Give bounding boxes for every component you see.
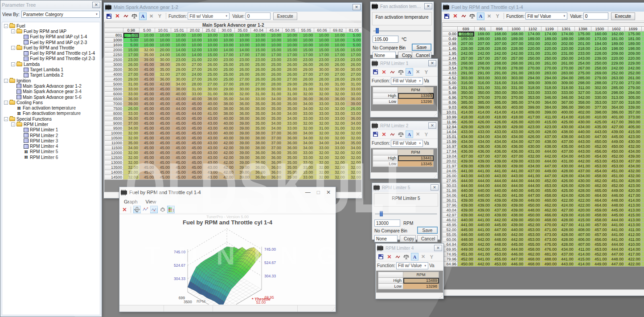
table-cell[interactable]: 163.00 bbox=[641, 32, 644, 37]
table-cell[interactable]: 45.00 bbox=[155, 170, 171, 175]
table-cell[interactable]: 15.00 bbox=[267, 48, 283, 53]
table-cell[interactable]: 420.00 bbox=[625, 188, 642, 193]
table-cell[interactable]: 36.00 bbox=[282, 136, 298, 141]
table-cell[interactable]: 406.00 bbox=[574, 237, 591, 242]
table-cell[interactable]: 32.00 bbox=[123, 131, 139, 136]
table-cell[interactable]: 31.00 bbox=[282, 92, 298, 97]
table-cell[interactable]: 45.00 bbox=[171, 165, 187, 170]
table-cell[interactable]: 399.00 bbox=[474, 105, 491, 110]
table-cell[interactable]: 261.00 bbox=[558, 61, 575, 66]
table-cell[interactable]: 28.00 bbox=[298, 77, 314, 82]
table-cell[interactable]: 34.00 bbox=[346, 121, 361, 126]
table-cell[interactable]: 32.00 bbox=[298, 121, 314, 126]
table-cell[interactable]: 261.00 bbox=[625, 76, 642, 81]
table-cell[interactable]: 333.00 bbox=[541, 90, 558, 95]
table-cell[interactable]: 10.00 bbox=[298, 33, 314, 38]
table-cell[interactable]: 32.00 bbox=[346, 165, 361, 170]
table-cell[interactable]: 45.00 bbox=[155, 126, 171, 131]
row-header[interactable]: 10.99 bbox=[443, 115, 458, 120]
table-cell[interactable]: 448.00 bbox=[491, 242, 508, 247]
table-cell[interactable]: 231.00 bbox=[558, 51, 575, 56]
tree-collapse-icon[interactable]: - bbox=[4, 117, 8, 121]
table-cell[interactable]: 189.00 bbox=[458, 37, 475, 41]
table-cell[interactable]: 38.00 bbox=[219, 102, 235, 106]
table-cell[interactable]: 490.00 bbox=[541, 262, 558, 267]
table-cell[interactable]: 488.00 bbox=[541, 257, 558, 262]
row-header[interactable]: 8.06 bbox=[443, 100, 458, 105]
table-cell[interactable]: 443.00 bbox=[574, 134, 591, 139]
table-cell[interactable]: 439.00 bbox=[458, 164, 475, 169]
table-cell[interactable]: 451.00 bbox=[608, 174, 625, 179]
table-cell[interactable]: 441.00 bbox=[508, 193, 525, 198]
table-cell[interactable]: 434.00 bbox=[558, 247, 575, 252]
table-cell[interactable]: 36.00 bbox=[250, 175, 267, 180]
table-cell[interactable]: 45.00 bbox=[155, 175, 171, 180]
table-cell[interactable]: 257.00 bbox=[508, 56, 525, 61]
table-cell[interactable]: 457.00 bbox=[591, 228, 608, 232]
table-cell[interactable]: 290.00 bbox=[641, 95, 644, 100]
table-cell[interactable]: 32.00 bbox=[123, 160, 139, 165]
row-header[interactable]: 19.04 bbox=[443, 154, 458, 159]
tree-item-fuel-by-rpm-and-throttle[interactable]: -Fuel by RPM and Throttle bbox=[3, 45, 100, 50]
table-cell[interactable]: 45.00 bbox=[187, 136, 203, 141]
table-cell[interactable]: 231.00 bbox=[525, 51, 541, 56]
table-cell[interactable]: 45.00 bbox=[139, 131, 155, 136]
table-cell[interactable]: 29.00 bbox=[123, 77, 139, 82]
table-cell[interactable]: 468.00 bbox=[525, 257, 541, 262]
table-cell[interactable]: 426.00 bbox=[574, 193, 591, 198]
table-cell[interactable]: 331.00 bbox=[491, 85, 508, 90]
table-cell[interactable]: 35.00 bbox=[250, 102, 267, 106]
table-cell[interactable]: 414.00 bbox=[574, 262, 591, 267]
table-cell[interactable]: 169.00 bbox=[474, 32, 491, 37]
table-cell[interactable]: 175.00 bbox=[625, 32, 642, 37]
table-cell[interactable]: 439.00 bbox=[458, 159, 475, 164]
column-header[interactable]: 69.82 bbox=[330, 28, 346, 33]
table-cell[interactable]: 35.00 bbox=[282, 150, 298, 155]
table-cell[interactable]: 437.00 bbox=[491, 154, 508, 159]
table-cell[interactable]: 45.00 bbox=[139, 106, 155, 111]
table-cell[interactable]: 453.00 bbox=[591, 159, 608, 164]
table-cell[interactable]: 316.00 bbox=[474, 81, 491, 85]
table-cell[interactable]: 445.00 bbox=[608, 208, 625, 213]
table-cell[interactable]: 439.00 bbox=[458, 213, 475, 218]
table-cell[interactable]: 439.00 bbox=[508, 164, 525, 169]
table-cell[interactable]: 441.00 bbox=[474, 228, 491, 232]
table-cell[interactable]: 342.00 bbox=[574, 95, 591, 100]
table-cell[interactable]: 26.00 bbox=[123, 106, 139, 111]
limiter-high-cell[interactable]: 13489 bbox=[403, 278, 439, 284]
table-cell[interactable]: 45.00 bbox=[155, 155, 171, 160]
table-cell[interactable]: 418.00 bbox=[474, 115, 491, 120]
table-cell[interactable]: 450.00 bbox=[458, 242, 475, 247]
table-cell[interactable]: 441.00 bbox=[608, 232, 625, 237]
table-cell[interactable]: 33.00 bbox=[298, 111, 314, 116]
table-cell[interactable]: 400.00 bbox=[558, 110, 575, 115]
table-cell[interactable]: 33.00 bbox=[250, 97, 267, 102]
table-cell[interactable]: 411.00 bbox=[625, 237, 642, 242]
table-cell[interactable]: 45.00 bbox=[139, 77, 155, 82]
table-cell[interactable]: 33.00 bbox=[123, 111, 139, 116]
table-cell[interactable]: 29.00 bbox=[346, 77, 361, 82]
table-cell[interactable]: 418.00 bbox=[458, 115, 475, 120]
table-cell[interactable]: 257.00 bbox=[491, 56, 508, 61]
table-cell[interactable]: 291.00 bbox=[508, 71, 525, 76]
table-cell[interactable]: 250.00 bbox=[591, 61, 608, 66]
table-cell[interactable]: 36.00 bbox=[267, 150, 283, 155]
table-cell[interactable]: 45.00 bbox=[171, 131, 187, 136]
table-cell[interactable]: 415.00 bbox=[574, 257, 591, 262]
table-cell[interactable]: 386.00 bbox=[641, 218, 644, 223]
row-header[interactable]: 36.01 bbox=[443, 198, 458, 203]
function-select[interactable]: Fill w/ Value ▼ bbox=[391, 140, 423, 147]
table-cell[interactable]: 448.00 bbox=[458, 237, 475, 242]
table-cell[interactable]: 10.00 bbox=[139, 38, 155, 43]
table-cell[interactable]: 27.00 bbox=[187, 77, 203, 82]
table-cell[interactable]: 346.00 bbox=[558, 95, 575, 100]
table-cell[interactable]: 45.00 bbox=[155, 102, 171, 106]
table-cell[interactable]: 32.00 bbox=[330, 131, 346, 136]
table-cell[interactable]: 442.00 bbox=[508, 232, 525, 237]
y-axis-icon[interactable]: Y bbox=[494, 12, 501, 20]
row-header[interactable]: 8000 bbox=[105, 111, 123, 116]
table-cell[interactable]: 441.00 bbox=[608, 228, 625, 232]
table-cell[interactable]: 32.00 bbox=[123, 170, 139, 175]
table-cell[interactable]: 33.00 bbox=[346, 92, 361, 97]
table-cell[interactable]: 10.00 bbox=[203, 33, 219, 38]
